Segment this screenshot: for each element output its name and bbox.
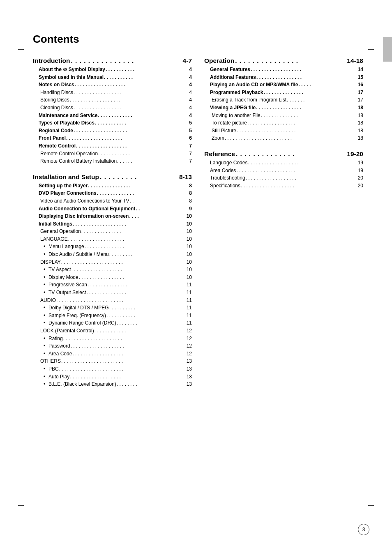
toc-item: •Menu Language . . . . . . . . . . . . .… xyxy=(33,243,192,251)
section-header-dots: . . . . . . . . . . . . . . xyxy=(235,150,347,158)
toc-item-label: Dolby Digital / DTS / MPEG xyxy=(48,304,109,312)
toc-item: •Auto Play . . . . . . . . . . . . . . .… xyxy=(33,373,192,381)
toc-bullet: • xyxy=(44,342,48,350)
toc-item: Still Picture . . . . . . . . . . . . . … xyxy=(204,127,363,135)
toc-item: Initial Settings . . . . . . . . . . . .… xyxy=(33,220,192,228)
toc-item-label: Video and Audio Connections to Your TV xyxy=(40,197,129,205)
toc-item-dots: . . . . . . . xyxy=(286,96,356,104)
toc-item-page: 18 xyxy=(356,134,363,142)
toc-item-label: To rotate picture xyxy=(212,119,247,127)
toc-item-page: 19 xyxy=(356,167,363,175)
toc-item-label: Display Mode xyxy=(48,274,78,281)
toc-bullet: • xyxy=(44,365,48,373)
toc-item-dots: . . . . . . . . . . . . . . . . . . . . … xyxy=(224,134,356,142)
toc-item-dots: . . . . . . . . . . . . xyxy=(94,327,184,335)
toc-item: Cleaning Discs . . . . . . . . . . . . .… xyxy=(33,104,192,112)
section-header: Operation . . . . . . . . . . . . . . .1… xyxy=(204,57,363,64)
toc-item-dots: . . . . . . . . . . . . . . . xyxy=(263,89,356,97)
toc-item-label: Symbol used in this Manual xyxy=(39,74,104,81)
toc-item: •TV Output Select . . . . . . . . . . . … xyxy=(33,289,192,297)
toc-bullet: • xyxy=(44,373,48,381)
toc-item-page: 12 xyxy=(184,350,192,358)
toc-item: •Dolby Digital / DTS / MPEG . . . . . . … xyxy=(33,304,192,312)
toc-item-page: 13 xyxy=(184,365,192,373)
toc-item-page: 4 xyxy=(184,112,192,120)
toc-item-dots: . . . . . . . . . . . . . . . . . . . xyxy=(250,66,356,74)
toc-item-label: Regional Code xyxy=(39,127,73,135)
toc-item: •TV Aspect . . . . . . . . . . . . . . .… xyxy=(33,266,192,274)
section-header-page: 4-7 xyxy=(183,57,192,64)
toc-item-dots: . . . . . . . . . . . . . . . . . xyxy=(256,74,356,81)
toc-bullet: • xyxy=(44,380,48,388)
toc-item: Playing an Audio CD or MP3/WMA file . . … xyxy=(204,81,363,89)
toc-item-label: Initial Settings xyxy=(39,220,72,228)
toc-item-label: B.L.E. (Black Level Expansion) xyxy=(48,380,116,388)
toc-item: •Password . . . . . . . . . . . . . . . … xyxy=(33,342,192,350)
toc-bullet: • xyxy=(44,251,48,258)
toc-item-page: 7 xyxy=(184,142,192,150)
toc-item: Setting up the Player . . . . . . . . . … xyxy=(33,182,192,190)
toc-item-page: 5 xyxy=(184,127,192,135)
section-header-dots: . . . . . . . . . . . . . . . xyxy=(234,57,347,64)
toc-item-dots: . . . . . . . . xyxy=(116,319,184,327)
toc-item: To rotate picture . . . . . . . . . . . … xyxy=(204,119,363,127)
toc-item: •Sample Freq. (Frequency) . . . . . . . … xyxy=(33,312,192,320)
toc-item: OTHERS . . . . . . . . . . . . . . . . .… xyxy=(33,357,192,365)
toc-item: Zoom . . . . . . . . . . . . . . . . . .… xyxy=(204,134,363,142)
toc-bullet: • xyxy=(44,243,48,251)
toc-item-label: Remote Control xyxy=(39,142,76,150)
toc-item-label: Additional Features xyxy=(210,74,256,81)
tick-left-bottom xyxy=(18,505,24,506)
toc-right-column: Operation . . . . . . . . . . . . . . .1… xyxy=(204,57,363,388)
toc-item-page: 4 xyxy=(184,96,192,104)
toc-item: Front Panel . . . . . . . . . . . . . . … xyxy=(33,134,192,142)
section-header-page: 8-13 xyxy=(179,173,192,181)
toc-item: Storing Discs . . . . . . . . . . . . . … xyxy=(33,96,192,104)
toc-item-dots: . . . . xyxy=(129,212,184,220)
page-number: 3 xyxy=(358,524,369,535)
toc-item-label: Viewing a JPEG file xyxy=(210,104,256,112)
tick-left-top xyxy=(18,49,24,50)
toc-item-page: 10 xyxy=(184,228,192,235)
toc-item-label: Storing Discs xyxy=(40,96,69,104)
toc-item-dots: . . . . . . . . . . . . . . . xyxy=(81,228,184,235)
toc-item: Moving to another File . . . . . . . . .… xyxy=(204,112,363,120)
section-header: Reference . . . . . . . . . . . . . .19-… xyxy=(204,150,363,158)
toc-item-dots: . . . . . . . . . . . . . . . . . . . xyxy=(72,350,184,358)
toc-item: Symbol used in this Manual . . . . . . .… xyxy=(33,74,192,81)
toc-item-label: PBC xyxy=(48,365,59,373)
toc-item-label: Menu Language xyxy=(48,243,84,251)
toc-item: •B.L.E. (Black Level Expansion) . . . . … xyxy=(33,380,192,388)
toc-item-dots: . . . . . . . . . . . . xyxy=(95,119,184,127)
tick-right-top xyxy=(368,49,374,50)
toc-item-dots: . . . . . . . . . . . . . . . . . . xyxy=(247,119,356,127)
toc-item-dots: . . . . . . . . . . . . . . . . . . . . xyxy=(240,182,356,190)
toc-item-label: Cleaning Discs xyxy=(40,104,73,112)
toc-item-page: 12 xyxy=(184,342,192,350)
toc-item-label: TV Aspect xyxy=(48,266,71,274)
toc-item-page: 4 xyxy=(184,66,192,74)
toc-item-label: LOCK (Parental Control) xyxy=(40,327,94,335)
toc-item-page: 12 xyxy=(184,327,192,335)
section-header-text: Introduction xyxy=(33,57,70,64)
section-header-dots: . . . . . . . . . xyxy=(99,173,179,181)
toc-item-label: Moving to another File xyxy=(212,112,261,120)
toc-bullet: • xyxy=(44,266,48,274)
toc-item-page: 4 xyxy=(184,104,192,112)
toc-item-dots: . . . . . . . . . . . . . . . . . . . xyxy=(76,142,184,150)
toc-item-page: 8 xyxy=(184,197,192,205)
toc-item-label: Area Code xyxy=(48,350,72,358)
toc-item: •Rating . . . . . . . . . . . . . . . . … xyxy=(33,335,192,343)
toc-item: •Disc Audio / Subtitle / Menu . . . . . … xyxy=(33,251,192,258)
toc-item: Remote Control Operation . . . . . . . .… xyxy=(33,150,192,158)
toc-item-label: Setting up the Player xyxy=(39,182,88,190)
toc-item-label: Progressive Scan xyxy=(48,281,87,289)
toc-item-page: 10 xyxy=(184,251,192,258)
toc-item-dots: . . . . . . . . . . . . . . . xyxy=(84,243,184,251)
toc-item-page: 18 xyxy=(356,119,363,127)
toc-item-dots: . . . . . . . . . . . . . . xyxy=(261,112,356,120)
section-header-text: Operation xyxy=(204,57,234,64)
toc-item: Language Codes . . . . . . . . . . . . .… xyxy=(204,159,363,167)
toc-bullet: • xyxy=(44,335,48,343)
gray-tab xyxy=(383,37,392,62)
